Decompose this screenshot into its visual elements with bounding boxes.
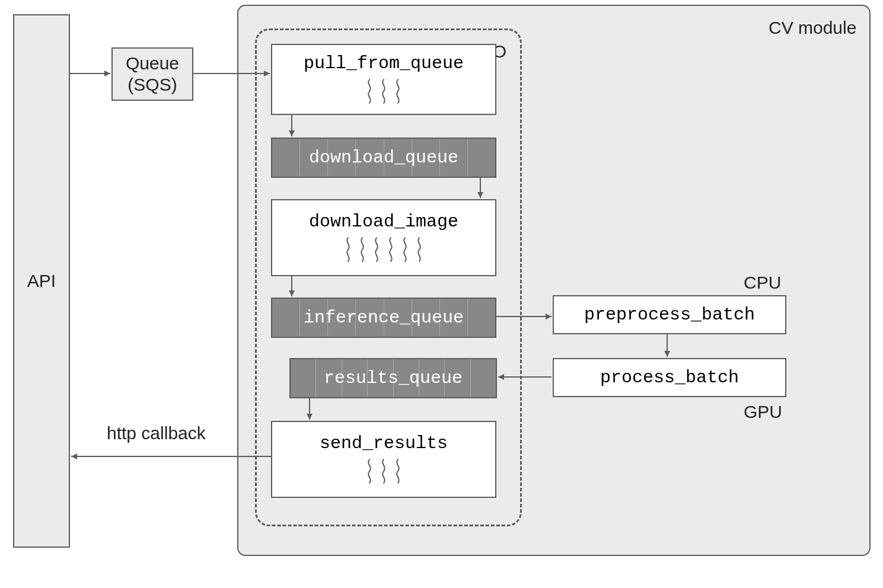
preprocess-batch-label: preprocess_batch [584,305,755,325]
api-box: API [13,14,70,548]
preprocess-batch-box: preprocess_batch [553,295,786,334]
download-queue-label: download_queue [309,148,458,168]
download-image-box: download_image [271,199,496,276]
gpu-title: GPU [744,402,782,422]
inference-queue-box: inference_queue [271,298,496,338]
results-queue-box: results_queue [289,358,497,398]
pull-from-queue-label: pull_from_queue [304,53,464,74]
process-batch-label: process_batch [600,368,739,388]
pull-from-queue-box: pull_from_queue [271,44,496,115]
results-queue-label: results_queue [324,368,463,388]
queue-line2: (SQS) [127,74,177,95]
process-batch-box: process_batch [553,358,786,397]
send-results-box: send_results [271,421,496,498]
inference-queue-label: inference_queue [304,308,464,328]
queue-line1: Queue [126,53,179,74]
queue-sqs-box: Queue (SQS) [111,47,193,101]
cpu-title: CPU [744,273,781,293]
cv-module-title: CV module [769,18,856,38]
send-results-label: send_results [320,433,448,453]
download-queue-box: download_queue [271,138,496,178]
http-callback-label: http callback [107,423,206,443]
api-label: API [27,270,56,292]
threads-icon [364,78,403,106]
download-image-label: download_image [309,212,458,232]
threads-icon [364,458,403,485]
threads-icon [343,237,425,264]
